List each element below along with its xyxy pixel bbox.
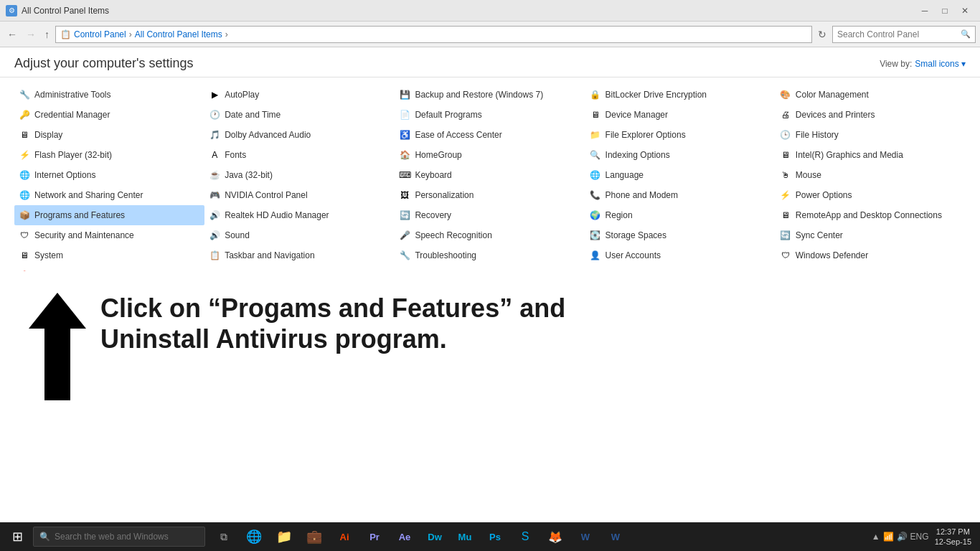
cp-item-system[interactable]: 🖥 System: [14, 245, 204, 265]
cp-item-troubleshooting[interactable]: 🔧 Troubleshooting: [395, 245, 585, 265]
cp-item-label-java: Java (32-bit): [225, 170, 273, 180]
cp-item-java[interactable]: ☕ Java (32-bit): [204, 165, 395, 185]
cp-item-windows-defender[interactable]: 🛡 Windows Defender: [776, 245, 966, 265]
cp-item-nvidia[interactable]: 🎮 NVIDIA Control Panel: [204, 185, 395, 205]
cp-item-programs-features[interactable]: 📦 Programs and Features: [14, 205, 204, 225]
minimize-button[interactable]: ─: [915, 4, 934, 18]
cp-item-network-sharing[interactable]: 🌐 Network and Sharing Center: [14, 185, 204, 205]
close-button[interactable]: ✕: [956, 4, 974, 18]
cp-item-ease-of-access[interactable]: ♿ Ease of Access Center: [395, 125, 585, 145]
cp-item-storage-spaces[interactable]: 💽 Storage Spaces: [585, 225, 776, 245]
cp-item-label-troubleshooting: Troubleshooting: [415, 250, 476, 260]
cp-item-backup-restore[interactable]: 💾 Backup and Restore (Windows 7): [395, 85, 585, 105]
cp-item-keyboard[interactable]: ⌨ Keyboard: [395, 165, 585, 185]
back-button[interactable]: ←: [4, 27, 20, 42]
cp-item-taskbar-nav[interactable]: 📋 Taskbar and Navigation: [204, 245, 395, 265]
taskbar-app-ai[interactable]: Ai: [330, 522, 359, 551]
taskbar-app-ae[interactable]: Ae: [390, 522, 419, 551]
cp-item-bitlocker[interactable]: 🔒 BitLocker Drive Encryption: [585, 85, 776, 105]
search-input[interactable]: [837, 29, 958, 39]
taskbar-app-skype[interactable]: S: [511, 522, 540, 551]
cp-item-label-date-time: Date and Time: [225, 110, 281, 120]
cp-item-personalization[interactable]: 🖼 Personalization: [395, 185, 585, 205]
cp-item-devices-printers[interactable]: 🖨 Devices and Printers: [776, 105, 966, 125]
cp-item-icon-autoplay: ▶: [209, 89, 220, 100]
taskbar-search-input[interactable]: [55, 532, 199, 542]
arrow-up-indicator: [29, 293, 86, 400]
cp-item-icon-security-maint: 🛡: [19, 230, 30, 241]
cp-item-recovery[interactable]: 🔄 Recovery: [395, 205, 585, 225]
cp-item-intel-graphics[interactable]: 🖥 Intel(R) Graphics and Media: [776, 145, 966, 165]
cp-item-mouse[interactable]: 🖱 Mouse: [776, 165, 966, 185]
cp-item-file-history[interactable]: 🕒 File History: [776, 125, 966, 145]
cp-item-internet-opts[interactable]: 🌐 Internet Options: [14, 165, 204, 185]
cp-item-label-phone-modem: Phone and Modem: [606, 190, 678, 200]
cp-item-dolby[interactable]: 🎵 Dolby Advanced Audio: [204, 125, 395, 145]
taskbar-app-edge[interactable]: 🌐: [240, 522, 268, 551]
volume-icon[interactable]: 🔊: [897, 532, 908, 542]
cp-item-icon-intel-graphics: 🖥: [780, 149, 791, 161]
cp-item-indexing-opts[interactable]: 🔍 Indexing Options: [585, 145, 776, 165]
cp-item-display[interactable]: 🖥 Display: [14, 125, 204, 145]
cp-item-icon-remoteapp: 🖥: [780, 209, 791, 221]
taskbar-app-firefox[interactable]: 🦊: [541, 522, 570, 551]
refresh-button[interactable]: ↻: [815, 27, 829, 42]
cp-item-color-mgmt[interactable]: 🎨 Color Management: [776, 85, 966, 105]
cp-item-icon-region: 🌍: [590, 209, 601, 221]
cp-item-icon-windows-firewall: 🔥: [19, 270, 30, 271]
cp-item-power-opts[interactable]: ⚡ Power Options: [776, 185, 966, 205]
cp-item-icon-homegroup: 🏠: [399, 149, 410, 161]
taskbar-app-explorer[interactable]: 📁: [270, 522, 298, 551]
up-button[interactable]: ↑: [42, 27, 52, 42]
cp-item-remoteapp[interactable]: 🖥 RemoteApp and Desktop Connections: [776, 205, 966, 225]
cp-item-fonts[interactable]: A Fonts: [204, 145, 395, 165]
cp-item-phone-modem[interactable]: 📞 Phone and Modem: [585, 185, 776, 205]
taskbar-app-ps[interactable]: Ps: [481, 522, 509, 551]
cp-item-security-maint[interactable]: 🛡 Security and Maintenance: [14, 225, 204, 245]
cp-item-device-mgr[interactable]: 🖥 Device Manager: [585, 105, 776, 125]
cp-item-region[interactable]: 🌍 Region: [585, 205, 776, 225]
cp-item-homegroup[interactable]: 🏠 HomeGroup: [395, 145, 585, 165]
network-icon[interactable]: 📶: [883, 532, 894, 542]
cp-item-icon-power-opts: ⚡: [780, 189, 791, 201]
cp-item-speech-recog[interactable]: 🎤 Speech Recognition: [395, 225, 585, 245]
taskbar-app-word[interactable]: W: [571, 522, 600, 551]
content-header: Adjust your computer's settings View by:…: [0, 47, 980, 77]
path-segment-1[interactable]: Control Panel: [74, 29, 126, 39]
cp-item-sync-center[interactable]: 🔄 Sync Center: [776, 225, 966, 245]
cp-item-icon-phone-modem: 📞: [590, 189, 601, 201]
show-hidden-icon[interactable]: ▲: [872, 532, 880, 542]
cp-item-date-time[interactable]: 🕐 Date and Time: [204, 105, 395, 125]
cp-item-windows-firewall[interactable]: 🔥 Windows Firewall: [14, 265, 204, 271]
path-segment-2[interactable]: All Control Panel Items: [135, 29, 222, 39]
cp-item-work-folders[interactable]: 📁 Work Folders: [395, 265, 585, 271]
cp-item-file-explorer-opts[interactable]: 📁 File Explorer Options: [585, 125, 776, 145]
forward-button[interactable]: →: [23, 27, 39, 42]
cp-item-icon-programs-features: 📦: [19, 209, 30, 221]
cp-item-credential-mgr[interactable]: 🔑 Credential Manager: [14, 105, 204, 125]
taskbar-app-word2[interactable]: W: [601, 522, 630, 551]
taskbar-search[interactable]: 🔍: [33, 527, 205, 547]
search-box[interactable]: 🔍: [832, 26, 976, 43]
maximize-button[interactable]: □: [936, 4, 954, 18]
taskbar-app-mu[interactable]: Mu: [451, 522, 479, 551]
cp-item-icon-admin-tools: 🔧: [19, 89, 30, 100]
cp-item-sound[interactable]: 🔊 Sound: [204, 225, 395, 245]
taskbar-app-store[interactable]: 💼: [300, 522, 329, 551]
cp-item-user-accounts[interactable]: 👤 User Accounts: [585, 245, 776, 265]
cp-item-autoplay[interactable]: ▶ AutoPlay: [204, 85, 395, 105]
cp-item-windows-mobility[interactable]: 💻 Windows Mobility Center: [204, 265, 395, 271]
cp-item-default-programs[interactable]: 📄 Default Programs: [395, 105, 585, 125]
cp-item-flash-player[interactable]: ⚡ Flash Player (32-bit): [14, 145, 204, 165]
view-by-value[interactable]: Small icons ▾: [915, 59, 966, 69]
cp-item-icon-system: 🖥: [19, 250, 30, 261]
taskbar-app-dw[interactable]: Dw: [420, 522, 449, 551]
start-button[interactable]: ⊞: [3, 522, 32, 551]
cp-item-realtek[interactable]: 🔊 Realtek HD Audio Manager: [204, 205, 395, 225]
cp-item-icon-device-mgr: 🖥: [590, 109, 601, 121]
cp-item-label-credential-mgr: Credential Manager: [34, 110, 110, 120]
cp-item-language[interactable]: 🌐 Language: [585, 165, 776, 185]
taskbar-app-pr[interactable]: Pr: [360, 522, 389, 551]
taskbar-app-task-view[interactable]: ⧉: [209, 522, 238, 551]
cp-item-admin-tools[interactable]: 🔧 Administrative Tools: [14, 85, 204, 105]
